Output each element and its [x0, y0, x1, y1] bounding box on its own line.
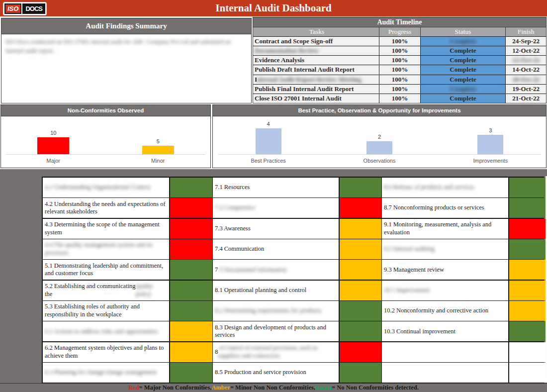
- clause-cell[interactable]: 8.3 Design and development of products a…: [213, 321, 339, 341]
- progress-cell[interactable]: 100%: [379, 46, 421, 55]
- clause-status-cell-green[interactable]: [340, 301, 381, 321]
- clause-status-cell-amber[interactable]: [340, 239, 381, 259]
- clause-status-cell-none[interactable]: [509, 363, 547, 383]
- progress-cell[interactable]: 100%: [379, 94, 421, 103]
- clause-cell[interactable]: 10.1 Improvement: [382, 281, 508, 300]
- clause-cell[interactable]: 9.1 Monitoring, measurement, analysis an…: [382, 219, 508, 239]
- finish-date-cell[interactable]: 14-Oct-22: [506, 65, 546, 74]
- clause-cell[interactable]: 8.2 Determining requirements for product…: [213, 301, 339, 321]
- clause-status-cell-green[interactable]: [509, 198, 547, 218]
- progress-cell[interactable]: 100%: [379, 75, 421, 84]
- clause-status-cell-red[interactable]: [340, 198, 381, 218]
- clause-status-grid: 4.1 Understanding Organizational Context…: [42, 177, 544, 384]
- clause-status-cell-red[interactable]: [340, 342, 381, 362]
- clause-cell[interactable]: 10.2 Nonconformity and corrective action: [382, 301, 508, 321]
- clause-cell[interactable]: 7.3 Awareness: [213, 219, 339, 239]
- text-segment: Complete: [450, 56, 476, 64]
- clause-status-cell-green[interactable]: [340, 321, 381, 341]
- clause-status-cell-red[interactable]: [170, 198, 212, 218]
- status-cell[interactable]: Complete: [421, 65, 506, 74]
- status-cell[interactable]: Complete: [421, 56, 506, 65]
- clause-status-cell-green[interactable]: [340, 178, 381, 197]
- bar-value-label: 4: [267, 121, 270, 127]
- clause-cell[interactable]: 7.1 Resources: [213, 178, 339, 197]
- clause-status-cell-green[interactable]: [340, 363, 381, 383]
- text-segment: 8.5 Production and service provision: [215, 369, 306, 377]
- status-cell[interactable]: Complete: [421, 94, 506, 103]
- clause-status-cell-red[interactable]: [170, 239, 212, 259]
- clause-status-cell-green[interactable]: [509, 178, 547, 197]
- clause-cell[interactable]: 4.3 Determining the scope of the managem…: [43, 219, 169, 239]
- clause-cell[interactable]: 8.6 Release of products and services: [382, 178, 508, 197]
- clause-cell[interactable]: 6.1 Actions to address risks and opportu…: [43, 321, 169, 341]
- best-practice-chart-panel: Best Practice, Observation & Opportunity…: [212, 104, 547, 168]
- clause-cell[interactable]: 4.4 The quality management system and it…: [43, 239, 169, 259]
- finish-date-cell[interactable]: 13-Oct-22: [506, 56, 546, 65]
- clause-cell[interactable]: 5.1 Demonstrating leadership and commitm…: [43, 260, 169, 280]
- clause-cell[interactable]: 6.2 Management system objectives and pla…: [43, 342, 169, 362]
- task-cell[interactable]: Close ISO 27001 Internal Audit: [253, 94, 379, 103]
- status-cell[interactable]: Complete: [421, 46, 506, 55]
- progress-cell[interactable]: 100%: [379, 37, 421, 46]
- clause-cell[interactable]: 7.2 Competence: [213, 198, 339, 218]
- progress-cell[interactable]: 100%: [379, 56, 421, 65]
- clause-cell[interactable]: 9.2 Internal auditing: [382, 239, 508, 259]
- clause-cell[interactable]: 8.5 Production and service provision: [213, 363, 339, 383]
- bar-slot: 10: [1, 130, 106, 154]
- finish-date-cell[interactable]: 24-Sep-22: [506, 37, 546, 46]
- clause-cell[interactable]: 8.1 Operational planning and control: [213, 281, 339, 300]
- clause-cell[interactable]: 5.3 Establishing roles of authority and …: [43, 301, 169, 321]
- finish-date-cell[interactable]: 18-Oct-22: [506, 75, 546, 84]
- redacted-text: Documentation Review: [255, 47, 319, 55]
- bar-value-label: 10: [50, 130, 56, 136]
- task-cell[interactable]: Contract and Scope Sign-off: [253, 37, 379, 46]
- clause-cell[interactable]: 8.7 Nonconforming products or services: [382, 198, 508, 218]
- clause-status-cell-amber[interactable]: [340, 219, 381, 239]
- clause-status-cell-amber[interactable]: [170, 342, 212, 362]
- progress-cell[interactable]: 100%: [379, 85, 421, 94]
- clause-cell[interactable]: [382, 342, 508, 362]
- clause-status-cell-green[interactable]: [170, 178, 212, 197]
- audit-timeline-panel: Audit Timeline Tasks Progress Status Fin…: [253, 17, 547, 103]
- clause-status-cell-red[interactable]: [509, 219, 547, 239]
- clause-cell[interactable]: 5.2 Establishing and communicating the q…: [43, 281, 169, 300]
- clause-status-cell-green[interactable]: [170, 260, 212, 280]
- clause-status-cell-red[interactable]: [170, 219, 212, 239]
- finish-date-cell[interactable]: 21-Oct-22: [506, 94, 546, 103]
- clause-cell[interactable]: 7.4 Communication: [213, 239, 339, 259]
- clause-status-cell-amber[interactable]: [170, 321, 212, 341]
- task-cell[interactable]: Evidence Analysis: [253, 56, 379, 65]
- clause-status-cell-green[interactable]: [170, 363, 212, 383]
- task-cell[interactable]: Internal Audit Report Review Meeting: [253, 75, 379, 84]
- clause-status-cell-green[interactable]: [509, 239, 547, 259]
- text-segment: Publish Draft Internal Audit Report: [255, 66, 355, 74]
- clause-status-cell-amber[interactable]: [340, 260, 381, 280]
- finish-date-cell[interactable]: 19-Oct-22: [506, 85, 546, 94]
- clause-status-cell-amber[interactable]: [509, 301, 547, 321]
- status-cell[interactable]: Complete: [421, 37, 506, 46]
- status-cell[interactable]: Complete: [421, 75, 506, 84]
- status-cell[interactable]: Complete: [421, 85, 506, 94]
- task-cell[interactable]: Publish Final Internal Audit Report: [253, 85, 379, 94]
- progress-cell[interactable]: 100%: [379, 65, 421, 74]
- finish-date-cell[interactable]: 12-Oct-22: [506, 46, 546, 55]
- clause-cell[interactable]: 9.3 Management review: [382, 260, 508, 280]
- clause-status-cell-green[interactable]: [170, 281, 212, 300]
- clause-cell[interactable]: 6.3 Planning for change/change managemen…: [43, 363, 169, 383]
- clause-cell[interactable]: 10.3 Continual improvement: [382, 321, 508, 341]
- clause-cell[interactable]: 8.4 Control of external provision, such …: [213, 342, 339, 362]
- clause-status-cell-amber[interactable]: [509, 281, 547, 300]
- clause-status-cell-amber[interactable]: [509, 260, 547, 280]
- clause-cell[interactable]: 4.2 Understanding the needs and expectat…: [43, 198, 169, 218]
- clause-cell[interactable]: [382, 363, 508, 383]
- clause-status-cell-green[interactable]: [509, 321, 547, 341]
- task-cell[interactable]: Publish Draft Internal Audit Report: [253, 65, 379, 74]
- bar-value-label: 2: [378, 134, 381, 140]
- clause-status-cell-green[interactable]: [170, 301, 212, 321]
- task-cell[interactable]: Documentation Review: [253, 46, 379, 55]
- clause-status-cell-none[interactable]: [509, 342, 547, 362]
- text-segment: 10.3 Continual improvement: [384, 328, 456, 336]
- clause-cell[interactable]: 4.1 Understanding Organizational Context: [43, 178, 169, 197]
- clause-cell[interactable]: 7.5 Documented information: [213, 260, 339, 280]
- clause-status-cell-amber[interactable]: [340, 281, 381, 300]
